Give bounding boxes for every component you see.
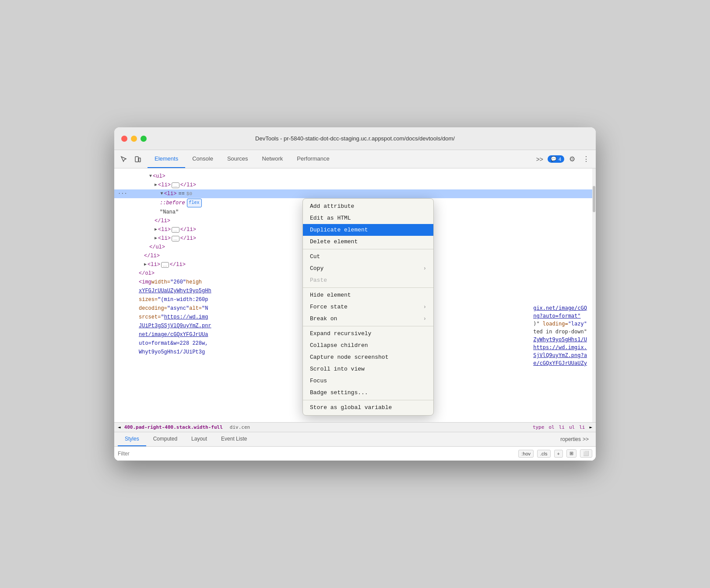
breadcrumb-item-li2[interactable]: li xyxy=(579,424,585,430)
menu-item-badge-settings[interactable]: Badge settings... xyxy=(303,387,433,399)
menu-item-focus[interactable]: Focus xyxy=(303,375,433,387)
menu-item-add-attribute[interactable]: Add attribute xyxy=(303,200,433,212)
expand-ellipsis[interactable]: … xyxy=(172,236,179,242)
devtools-content: ▼ <ul> ▶ <li> … </li> ··· ▼ <li> == $0 :… xyxy=(114,168,596,461)
filter-input[interactable] xyxy=(118,451,518,457)
breadcrumb-arrow-left[interactable]: ◄ xyxy=(118,424,121,430)
menu-item-duplicate-element[interactable]: Duplicate element xyxy=(303,224,433,236)
dom-panel: ▼ <ul> ▶ <li> … </li> ··· ▼ <li> == $0 :… xyxy=(114,168,596,422)
breadcrumb-item-div[interactable]: div.cen xyxy=(230,424,250,430)
menu-item-force-state[interactable]: Force state › xyxy=(303,301,433,313)
attr-link-right[interactable]: gix.net/image/cGQ xyxy=(533,305,587,311)
vertical-scrollbar[interactable] xyxy=(592,168,596,422)
breadcrumb-bar: ◄ 400.pad-right-400.stack.width-full div… xyxy=(114,423,596,432)
flex-badge: flex xyxy=(187,199,202,207)
breadcrumb-item-li[interactable]: li xyxy=(559,424,565,430)
expand-ellipsis[interactable]: … xyxy=(161,262,169,268)
more-options-icon[interactable]: ⋮ xyxy=(580,153,592,165)
expand-ellipsis[interactable]: … xyxy=(172,182,179,188)
attr-link-right[interactable]: SjVlQ9uyYmZ.png?a xyxy=(533,352,587,358)
dom-line[interactable]: ▶ <li> … </li> xyxy=(114,181,596,189)
breadcrumb-item-ol[interactable]: ol xyxy=(548,424,554,430)
filter-bar: :hov .cls + ⊞ ⬜ xyxy=(114,447,596,461)
more-tabs-button[interactable]: >> xyxy=(534,153,546,165)
expand-triangle[interactable]: ▶ xyxy=(155,234,157,242)
scrollbar-thumb[interactable] xyxy=(593,186,595,212)
expand-triangle[interactable]: ▼ xyxy=(161,190,163,198)
srcset-link[interactable]: https://wd.img xyxy=(164,314,208,320)
menu-separator xyxy=(303,400,433,400)
submenu-arrow-icon: › xyxy=(423,316,426,322)
maximize-button[interactable] xyxy=(141,136,147,142)
console-messages-badge[interactable]: 💬 4 xyxy=(548,155,564,163)
menu-item-expand-recursively[interactable]: Expand recursively xyxy=(303,328,433,340)
tab-performance[interactable]: Performance xyxy=(290,150,336,168)
hover-state-button[interactable]: :hov xyxy=(518,450,534,458)
chevron-right-icon: >> xyxy=(583,436,589,442)
tab-layout[interactable]: Layout xyxy=(184,432,214,446)
attr-link-right[interactable]: ZyWhyt9yo5gHhs1/U xyxy=(533,336,587,343)
attr-link[interactable]: xYFGJrUUaUZyWhyt9yo5gHh xyxy=(139,288,211,294)
expand-ellipsis[interactable]: … xyxy=(172,227,179,233)
add-rule-button[interactable]: + xyxy=(554,450,563,458)
menu-item-scroll-into-view[interactable]: Scroll into view xyxy=(303,363,433,375)
chat-icon: 💬 xyxy=(551,156,557,162)
new-style-rule-button[interactable]: ⊞ xyxy=(566,449,576,458)
tab-network[interactable]: Network xyxy=(255,150,290,168)
menu-item-break-on[interactable]: Break on › xyxy=(303,313,433,325)
expand-triangle[interactable]: ▶ xyxy=(155,181,157,189)
selected-dom-line[interactable]: ··· ▼ <li> == $0 xyxy=(114,189,596,198)
attr-link-right[interactable]: ng?auto=format" xyxy=(533,313,580,319)
menu-item-hide-element[interactable]: Hide element xyxy=(303,289,433,301)
traffic-lights xyxy=(121,136,147,142)
expand-triangle[interactable]: ▶ xyxy=(144,261,147,269)
toolbar-right: >> 💬 4 ⚙ ⋮ xyxy=(534,153,592,165)
menu-separator xyxy=(303,287,433,288)
settings-icon[interactable]: ⚙ xyxy=(566,153,578,165)
menu-item-collapse-children[interactable]: Collapse children xyxy=(303,340,433,351)
tab-styles[interactable]: Styles xyxy=(118,432,146,446)
tab-elements[interactable]: Elements xyxy=(148,150,185,168)
breadcrumb-item-ul[interactable]: ul xyxy=(569,424,575,430)
attr-link-right[interactable]: e/cGQxYFGJrUUaUZy xyxy=(533,360,587,366)
right-side-attrs: gix.net/image/cGQ ng?auto=format" )" loa… xyxy=(533,304,587,367)
menu-item-store-global[interactable]: Store as global variable xyxy=(303,402,433,413)
breadcrumb-arrow-right[interactable]: ► xyxy=(589,424,592,430)
close-button[interactable] xyxy=(121,136,127,142)
toolbar-tabs: Elements Console Sources Network Perform… xyxy=(148,150,534,168)
breadcrumb-item-main[interactable]: 400.pad-right-400.stack.width-full xyxy=(124,424,223,430)
menu-item-paste: Paste xyxy=(303,274,433,286)
menu-item-cut[interactable]: Cut xyxy=(303,251,433,262)
window-title: DevTools - pr-5840-static-dot-dcc-stagin… xyxy=(255,135,455,142)
toggle-panel-button[interactable]: ⬜ xyxy=(580,449,592,458)
svg-rect-0 xyxy=(135,157,138,162)
attr-link[interactable]: JUiPt3gSSjVlQ9uyYmZ.pnr xyxy=(139,323,211,329)
dom-line[interactable]: ▼ <ul> xyxy=(114,172,596,181)
toolbar-icons xyxy=(118,153,144,165)
expand-triangle[interactable]: ▶ xyxy=(155,226,157,234)
menu-item-capture-screenshot[interactable]: Capture node screenshot xyxy=(303,351,433,363)
inspect-icon[interactable] xyxy=(118,153,130,165)
breadcrumb-item-type[interactable]: type xyxy=(533,424,545,430)
device-icon[interactable] xyxy=(132,153,144,165)
menu-item-delete-element[interactable]: Delete element xyxy=(303,236,433,248)
menu-item-edit-html[interactable]: Edit as HTML xyxy=(303,212,433,224)
titlebar: DevTools - pr-5840-static-dot-dcc-stagin… xyxy=(114,127,596,150)
tab-event-listeners[interactable]: Event Liste xyxy=(214,432,254,446)
menu-item-copy[interactable]: Copy › xyxy=(303,262,433,274)
attr-link-right[interactable]: https://wd.imgix. xyxy=(533,344,587,350)
panel-tabs: Styles Computed Layout Event Liste roper… xyxy=(114,432,596,447)
context-menu: Add attribute Edit as HTML Duplicate ele… xyxy=(302,198,434,416)
expand-triangle[interactable]: ▼ xyxy=(149,172,152,180)
tab-sources[interactable]: Sources xyxy=(220,150,255,168)
attr-link[interactable]: net/image/cGQxYFGJrUUa xyxy=(139,332,208,338)
cls-button[interactable]: .cls xyxy=(537,450,551,458)
tab-console[interactable]: Console xyxy=(185,150,220,168)
submenu-arrow-icon: › xyxy=(423,266,426,272)
submenu-arrow-icon: › xyxy=(423,304,426,310)
tab-computed[interactable]: Computed xyxy=(146,432,184,446)
devtools-toolbar: Elements Console Sources Network Perform… xyxy=(114,150,596,168)
svg-rect-1 xyxy=(139,158,141,162)
minimize-button[interactable] xyxy=(131,136,137,142)
tab-more-panel[interactable]: roperties >> xyxy=(557,432,592,446)
